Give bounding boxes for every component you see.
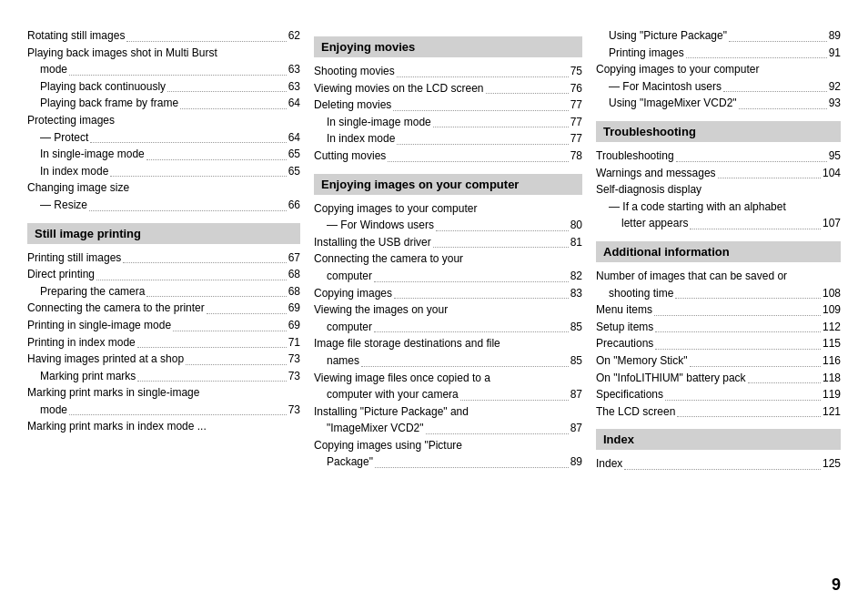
toc-entry-text: computer [327,319,372,336]
toc-entry-page: 118 [823,370,841,387]
toc-entry-text: Having images printed at a shop [27,351,184,368]
toc-entry-text: Viewing the images on your [314,301,448,319]
toc-entry-text: Marking print marks in index mode ... [27,418,207,435]
toc-entry-text: Cutting movies [314,148,386,165]
toc-entry-text: Copying images to your computer [314,200,477,218]
toc-entry-page: 89 [829,27,841,45]
toc-entry-dots [207,313,287,314]
toc-entry-page: 63 [288,78,300,96]
toc-entry-page: 64 [288,95,300,112]
right-column: Using "Picture Package"89Printing images… [591,27,841,584]
toc-entry-page: 73 [288,351,300,368]
toc-entry: — For Windows users80 [314,217,582,234]
toc-entry-dots [374,331,569,332]
toc-entry: Cutting movies78 [314,148,582,165]
toc-entry-dots [718,178,821,178]
toc-entry: computer with your camera87 [314,386,582,403]
toc-entry-page: 69 [288,317,300,334]
toc-entry: Playing back images shot in Multi Burst [27,45,300,62]
toc-entry-page: 95 [829,148,841,165]
toc-entry-text: names [327,352,359,370]
toc-entry-text: In single-image mode [327,114,431,131]
toc-entry-dots [375,467,569,468]
toc-entry: Warnings and messages104 [596,165,841,182]
toc-entry-dots [723,91,827,92]
toc-entry-page: 62 [288,27,300,45]
toc-entry-page: 125 [823,455,841,473]
toc-entry-dots [123,262,286,263]
additional-information-section: Additional informationNumber of images t… [596,241,841,420]
toc-entry: Using "Picture Package"89 [596,27,841,45]
toc-entry-text: Using "Picture Package" [609,27,727,45]
toc-entry-page: 80 [570,217,582,234]
toc-entry-dots [433,127,569,127]
toc-entry: Printing still images67 [27,249,300,267]
toc-entry-text: Number of images that can be saved or [596,268,787,285]
toc-entry: Self-diagnosis display [596,181,841,199]
toc-entry-text: shooting time [609,285,673,302]
toc-entry-text: Marking print marks in single-image [27,384,199,402]
toc-entry: The LCD screen121 [596,403,841,421]
toc-entry: Preparing the camera68 [27,283,300,300]
toc-entry-page: 92 [829,78,841,96]
toc-entry-dots [137,347,287,348]
toc-entry-page: 68 [288,283,300,300]
toc-entry: — For Macintosh users92 [596,78,841,96]
toc-entry-text: Precautions [596,335,653,352]
toc-entry-dots [690,229,821,229]
toc-entry-dots [675,298,821,299]
toc-entry-dots [186,364,287,365]
toc-entry-dots [393,110,568,111]
toc-entry-text: Preparing the camera [40,283,145,300]
toc-entry: names85 [314,352,582,370]
toc-entry-text: Playing back frame by frame [40,95,178,112]
page-container: Rotating still images62Playing back imag… [0,0,868,611]
toc-entry-dots [137,381,286,382]
toc-entry: letter appears107 [596,215,841,232]
toc-entry-text: Direct printing [27,266,95,283]
toc-entry: Printing images91 [596,45,841,62]
toc-entry: Package"89 [314,453,582,471]
toc-entry: Number of images that can be saved or [596,268,841,285]
toc-entry-text: Specifications [596,386,663,403]
toc-entry: "ImageMixer VCD2"87 [314,420,582,437]
toc-entry-page: 89 [570,453,582,471]
section-header: Index [596,429,841,450]
toc-entry: Printing in index mode71 [27,334,300,351]
toc-entry-text: Installing the USB driver [314,234,431,251]
toc-entry: Image file storage destinations and file [314,335,582,352]
toc-entry: Copying images using "Picture [314,437,582,454]
toc-entry-dots [460,400,569,401]
toc-entry-dots [388,161,568,162]
toc-entry-text: Self-diagnosis display [596,181,701,199]
toc-entry-page: 65 [288,146,300,163]
toc-entry-page: 107 [823,215,841,232]
toc-entry: Printing in single-image mode69 [27,317,300,334]
page-number: 9 [832,575,841,595]
toc-entry-page: 87 [570,420,582,437]
toc-entry-dots [654,315,821,316]
toc-entry-text: Index [596,455,622,473]
enjoying-movies-section: Enjoying moviesShooting movies75Viewing … [314,36,582,165]
toc-entry: Viewing movies on the LCD screen76 [314,80,582,97]
toc-entry: Copying images83 [314,285,582,302]
toc-entry-dots [110,176,286,177]
toc-entry-page: 77 [570,130,582,148]
toc-entry-text: Viewing image files once copied to a [314,370,490,387]
toc-entry-page: 85 [570,352,582,370]
toc-entry: Marking print marks73 [27,368,300,385]
toc-entry-text: Rotating still images [27,27,125,45]
toc-entry: Marking print marks in single-image [27,384,300,402]
toc-entry-page: 71 [288,334,300,351]
toc-entry: Rotating still images62 [27,27,300,45]
toc-entry-dots [436,230,569,231]
middle-column: Enjoying moviesShooting movies75Viewing … [309,27,591,584]
toc-entry-dots [69,414,287,415]
toc-entry-dots [69,75,287,76]
index-section: IndexIndex125 [596,429,841,473]
toc-entry: On "Memory Stick"116 [596,352,841,370]
toc-entry-page: 83 [570,285,582,302]
toc-entry-page: 104 [823,165,841,182]
toc-entry-text: In single-image mode [40,146,145,163]
still-image-printing-section: Still image printingPrinting still image… [27,223,300,436]
